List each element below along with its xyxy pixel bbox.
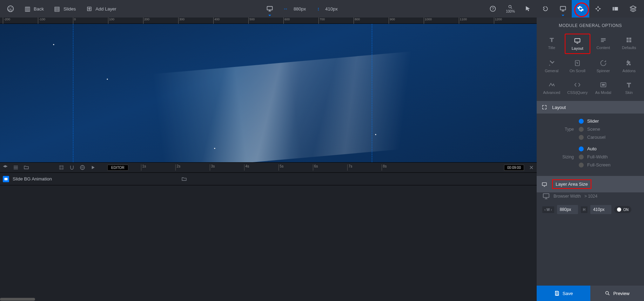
panel-title: MODULE GENERAL OPTIONS: [537, 18, 644, 34]
browser-width-row: Browser Width > 1024: [537, 192, 644, 205]
layer-area-icon: [542, 182, 547, 187]
slide-background: [0, 24, 537, 162]
tab-content[interactable]: Content: [590, 34, 616, 54]
add-layer-icon: ⊞: [86, 5, 93, 13]
panel-footer: Save Preview: [537, 286, 644, 301]
slide-options-button[interactable]: [607, 0, 624, 18]
expand-icon: [542, 104, 547, 110]
tab-cssjquery[interactable]: CSS/jQuery: [565, 78, 591, 97]
layers-button[interactable]: [624, 0, 642, 18]
svg-rect-10: [5, 178, 8, 180]
timeline-row-folder-icon[interactable]: [179, 174, 189, 184]
zoom-button[interactable]: 100%: [502, 0, 519, 18]
tab-asmodal[interactable]: As Modal: [590, 78, 616, 97]
sizing-label: Sizing: [542, 155, 574, 159]
svg-rect-22: [542, 183, 546, 185]
type-option-scene[interactable]: Scene: [579, 126, 605, 132]
guide-vertical-left[interactable]: [73, 24, 73, 162]
svg-rect-1: [267, 6, 272, 10]
timeline-folder-icon[interactable]: [21, 162, 32, 173]
timeline-row-label: Slide BG Animation: [13, 176, 52, 182]
width-input[interactable]: [557, 205, 578, 214]
timeline-globe-icon[interactable]: [77, 162, 88, 173]
navigation-button[interactable]: [589, 0, 607, 18]
tab-advanced[interactable]: Advanced: [539, 78, 565, 97]
slides-icon: ▤: [54, 5, 61, 13]
svg-text:?: ?: [492, 6, 494, 11]
vertical-ruler: [0, 24, 4, 162]
cursor-tool-button[interactable]: [519, 0, 537, 18]
back-button[interactable]: ▥Back: [19, 0, 49, 18]
settings-gear-button[interactable]: [572, 0, 589, 18]
timeline-film-icon[interactable]: [56, 162, 67, 173]
type-option-carousel[interactable]: Carousel: [579, 135, 605, 140]
timeline-ruler[interactable]: 1s2s3s4s5s6s7s8s: [130, 162, 502, 173]
gear-icon: [577, 5, 584, 12]
device-desktop-button[interactable]: [261, 0, 278, 18]
timeline-time[interactable]: 00:09:00: [504, 165, 524, 171]
layer-area-section-label: Layer Area Size: [556, 182, 588, 187]
browser-width-value: > 1024: [584, 194, 597, 199]
type-option-slider[interactable]: Slider: [579, 118, 605, 124]
horizontal-scrollbar[interactable]: [0, 297, 537, 301]
save-button[interactable]: Save: [537, 286, 590, 301]
layer-area-section-header[interactable]: Layer Area Size: [537, 176, 644, 192]
back-icon: ▥: [24, 5, 31, 13]
svg-rect-21: [602, 84, 605, 86]
timeline-empty: [0, 185, 537, 297]
height-input[interactable]: [590, 205, 611, 214]
tab-general[interactable]: General: [539, 57, 565, 76]
layout-section-label: Layout: [552, 105, 566, 110]
timeline-layers-icon[interactable]: [0, 162, 11, 173]
svg-rect-11: [575, 39, 580, 42]
top-toolbar: ▥Back ▤Slides ⊞Add Layer ↔880px ↕410px ?…: [0, 0, 644, 18]
preview-device-button[interactable]: [554, 0, 572, 18]
svg-rect-6: [613, 7, 614, 11]
desktop-icon: [266, 5, 273, 12]
svg-rect-13: [601, 40, 605, 41]
slides-button[interactable]: ▤Slides: [49, 0, 81, 18]
timeline-play-button[interactable]: [88, 162, 98, 173]
width-arrows-icon: ↔: [283, 6, 288, 12]
editor-mode-chip[interactable]: EDITOR: [107, 165, 128, 171]
tab-skin[interactable]: Skin: [616, 78, 642, 97]
timeline-snap-icon[interactable]: [67, 162, 77, 173]
undo-button[interactable]: [537, 0, 554, 18]
width-badge: ‹ W ›: [542, 206, 554, 213]
slides-label: Slides: [63, 6, 76, 12]
slide-bg-row-icon: [3, 176, 9, 182]
width-display[interactable]: ↔880px: [278, 0, 312, 18]
back-label: Back: [34, 6, 44, 12]
sizing-option-auto[interactable]: Auto: [579, 146, 610, 151]
height-display[interactable]: ↕410px: [312, 0, 344, 18]
help-button[interactable]: ?: [484, 0, 502, 18]
sizing-option-fullwidth[interactable]: Full-Width: [579, 154, 610, 159]
timeline-close-button[interactable]: [526, 162, 537, 173]
svg-rect-7: [615, 7, 618, 11]
layout-section-header[interactable]: Layout: [537, 101, 644, 114]
browser-width-label: Browser Width: [554, 194, 581, 199]
layout-section-body: Type Slider Scene Carousel Sizing Auto F…: [537, 114, 644, 176]
tab-layout[interactable]: Layout: [565, 34, 591, 54]
add-layer-button[interactable]: ⊞Add Layer: [81, 0, 121, 18]
height-value: 410px: [324, 6, 339, 12]
horizontal-ruler: -200-10001002003004005006007008009001000…: [0, 18, 537, 24]
sizing-option-fullscreen[interactable]: Full-Screen: [579, 162, 610, 167]
svg-rect-5: [561, 6, 566, 10]
timeline-list-icon[interactable]: [11, 162, 21, 173]
tab-defaults[interactable]: Defaults: [616, 34, 642, 54]
tab-addons[interactable]: Addons: [616, 57, 642, 76]
type-label: Type: [542, 127, 574, 132]
canvas[interactable]: [0, 24, 537, 162]
timeline-row[interactable]: Slide BG Animation: [0, 173, 537, 185]
svg-rect-15: [627, 37, 629, 40]
panel-tab-grid: Title Layout Content Defaults General On…: [537, 34, 644, 101]
preview-button[interactable]: Preview: [590, 286, 644, 301]
tab-spinner[interactable]: Spinner: [590, 57, 616, 76]
svg-point-0: [8, 6, 14, 12]
tab-title[interactable]: Title: [539, 34, 565, 54]
dimension-toggle[interactable]: ON: [614, 206, 631, 213]
wordpress-button[interactable]: [2, 0, 19, 18]
tab-onscroll[interactable]: On Scroll: [565, 57, 591, 76]
guide-vertical-right[interactable]: [372, 24, 372, 162]
